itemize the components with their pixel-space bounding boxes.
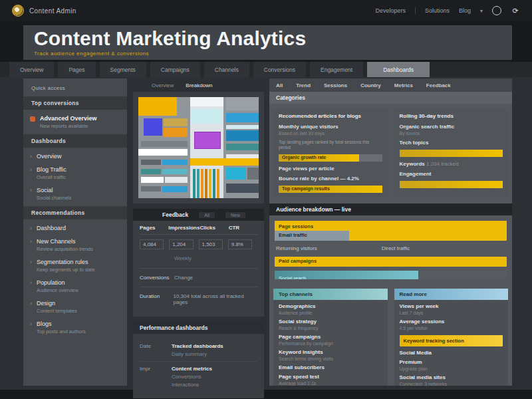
chevron-right-icon: › <box>30 238 32 252</box>
sidebar-item-dashboard[interactable]: › Dashboard <box>23 219 127 233</box>
chevron-right-icon: › <box>30 153 32 160</box>
right-tab-all[interactable]: All <box>276 82 283 88</box>
metric-title[interactable]: Keywords 1,204 tracked <box>400 161 503 167</box>
performance-body: Date Tracked dashboards Daily summary Im… <box>133 334 264 398</box>
metric-sub: Based on last 30 days <box>279 131 382 136</box>
list-item[interactable]: Page speed test Average load 2.1s <box>273 370 388 386</box>
list-item[interactable]: Demographics Audience profile <box>273 300 388 315</box>
sidebar-item-sub: Top posts and authors <box>37 329 86 334</box>
tab-campaigns[interactable]: Campaigns <box>150 62 200 77</box>
chevron-right-icon: › <box>30 225 32 231</box>
metric-title[interactable]: Engagement <box>400 171 503 177</box>
metric-sub: By source <box>400 131 503 136</box>
feedback-filter-all[interactable]: All <box>199 212 215 218</box>
sidebar-item-title: Advanced Overview <box>40 115 97 122</box>
row-label: Conversions <box>140 275 174 281</box>
list-item[interactable]: Page campaigns Performance by campaign <box>273 331 388 346</box>
list-item[interactable]: Email subscribers <box>273 361 388 370</box>
metric-title[interactable]: Organic search traffic <box>400 124 503 130</box>
performance-header: Performance dashboards <box>133 322 264 334</box>
tab-engagement[interactable]: Engagement <box>310 62 363 77</box>
preview-tab-breakdown[interactable]: Breakdown <box>186 82 212 88</box>
nav-link-blog[interactable]: Blog <box>459 7 471 14</box>
tab-overview[interactable]: Overview <box>9 62 54 77</box>
feedback-header: Feedback All New <box>133 209 264 221</box>
right-tab-country[interactable]: Country <box>360 82 381 88</box>
sidebar-item-blog-traffic[interactable]: › Blog Traffic Overall traffic <box>23 161 127 182</box>
sidebar-item-overview[interactable]: › Overview <box>23 148 127 161</box>
row-value[interactable]: Tracked dashboards <box>172 343 223 349</box>
metric-title[interactable]: Monthly unique visitors <box>279 124 382 130</box>
nav-link-developers[interactable]: Developers <box>375 7 406 14</box>
list-item[interactable]: Social strategy Reach & frequency <box>273 315 388 331</box>
table-row: 4,084 1,204 1,503 9.8% <box>140 235 257 251</box>
chevron-right-icon: › <box>30 259 32 273</box>
cell-pages: 4,084 <box>140 239 164 249</box>
column-heading: Recommended articles for blogs <box>279 113 382 119</box>
sidebar-item-sub: Social channels <box>37 195 72 201</box>
performance-row: Date Tracked dashboards Daily summary <box>140 339 257 362</box>
category-column-right: Rolling 30-day trends Organic search tra… <box>394 109 509 197</box>
sidebar-item-blogs[interactable]: › Blogs Top posts and authors <box>23 315 127 336</box>
metric-title[interactable]: Tech topics <box>400 140 503 146</box>
sidebar-quick-access[interactable]: Quick access <box>23 78 127 96</box>
list-item[interactable]: Social Media <box>394 346 509 356</box>
preview-tab-overview[interactable]: Overview <box>152 82 174 88</box>
refresh-icon[interactable]: ⟳ <box>511 6 520 15</box>
dashboard-preview[interactable] <box>133 92 264 203</box>
sidebar-item-title: Segmentation rules <box>37 259 95 265</box>
cell-ctr: 9.8% <box>228 239 252 249</box>
category-columns: Recommended articles for blogs Monthly u… <box>269 104 512 203</box>
col-pages: Pages <box>140 225 168 231</box>
right-tab-sessions[interactable]: Sessions <box>324 82 347 88</box>
table-row: Conversions Change <box>140 269 257 287</box>
read-more-header: Read more <box>394 289 509 300</box>
metric-note: Top landing pages ranked by total sessio… <box>279 140 382 150</box>
right-tab-metrics[interactable]: Metrics <box>394 82 413 88</box>
metric-title[interactable]: Bounce rate by channel — 4.2% <box>279 176 382 182</box>
sidebar-item-advanced-overview[interactable]: Advanced Overview New reports available <box>23 110 127 130</box>
sidebar-item-population[interactable]: › Population Audience overview <box>23 274 127 295</box>
list-item[interactable]: Premium Upgrade plan <box>394 356 509 371</box>
tab-channels[interactable]: Channels <box>204 62 249 77</box>
progress-bar-engagement <box>400 181 503 188</box>
col-impressions: Impressions <box>168 225 200 231</box>
tab-segments[interactable]: Segments <box>100 62 146 77</box>
metric-title[interactable]: Page views per article <box>279 166 382 172</box>
table-row: Duration 10,304 total across all tracked… <box>140 287 257 311</box>
sidebar-item-design[interactable]: › Design Content templates <box>23 295 127 315</box>
sidebar-item-segmentation-rules[interactable]: › Segmentation rules Keep segments up to… <box>23 253 127 274</box>
right-tab-bar: All Trend Sessions Country Metrics Feedb… <box>269 78 512 92</box>
sidebar-item-social[interactable]: › Social Social channels <box>23 182 127 202</box>
tab-pages[interactable]: Pages <box>58 62 95 77</box>
brand-logo-icon <box>12 5 24 17</box>
right-tab-feedback[interactable]: Feedback <box>426 82 451 88</box>
row-value[interactable]: Content metrics <box>172 366 212 372</box>
user-avatar-icon[interactable] <box>492 6 501 15</box>
top-app-bar: Content Admin Developers Solutions Blog … <box>0 0 532 21</box>
page-header: Content Marketing Analytics Track audien… <box>23 25 512 60</box>
list-item[interactable]: Views per week Last 7 days <box>394 300 509 315</box>
row-sub: Interactions <box>172 382 212 388</box>
row-value: 10,304 total across all tracked pages <box>173 293 257 305</box>
feedback-table: Pages Impressions Clicks CTR 4,084 1,204… <box>133 221 264 317</box>
sidebar-item-title: New Channels <box>37 238 93 245</box>
audience-labels-row: Returning visitors Direct traffic <box>275 241 507 257</box>
chevron-right-icon: › <box>30 187 32 201</box>
feedback-panel: Feedback All New Pages Impressions Click… <box>133 209 264 317</box>
sidebar-item-title: Population <box>37 279 78 286</box>
list-item[interactable]: Social media sites Connected: 3 networks <box>394 371 509 386</box>
list-item[interactable]: Average sessions 4.5 per visitor <box>394 315 509 331</box>
chevron-down-icon[interactable]: ▾ <box>480 8 483 14</box>
sidebar-item-new-channels[interactable]: › New Channels Review acquisition trends <box>23 233 127 253</box>
tab-dashboards-active[interactable]: Dashboards <box>367 62 430 77</box>
audience-breakdown-body: Page sessions Email traffic Returning vi… <box>269 215 512 283</box>
right-tab-trend[interactable]: Trend <box>296 82 311 88</box>
keyword-tracking-band[interactable]: Keyword tracking section <box>400 335 503 346</box>
tab-conversions[interactable]: Conversions <box>253 62 306 77</box>
list-item[interactable]: Keyword insights Search terms driving vi… <box>273 346 388 361</box>
nav-link-solutions[interactable]: Solutions <box>425 7 450 14</box>
progress-bar-label: Organic growth rate <box>279 154 330 160</box>
feedback-filter-new[interactable]: New <box>225 212 245 218</box>
bar-label: Social reach <box>275 274 310 279</box>
